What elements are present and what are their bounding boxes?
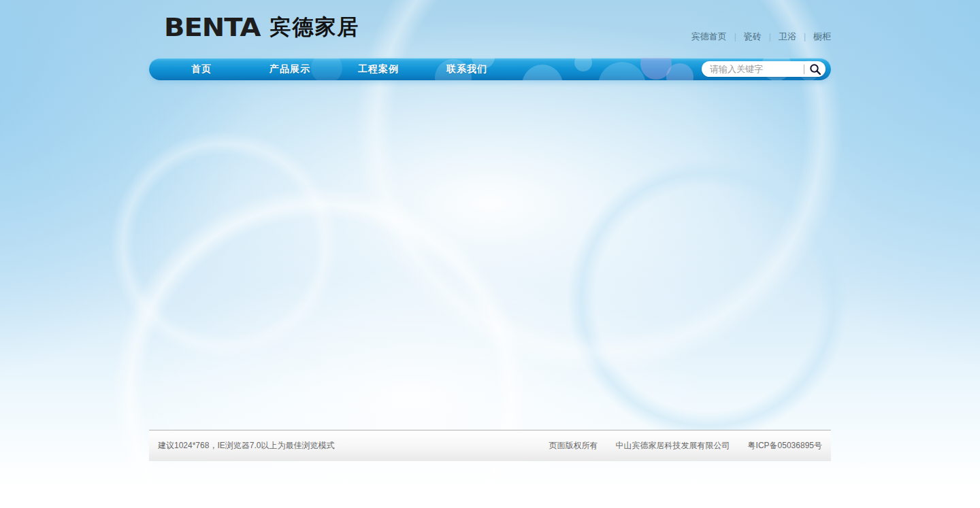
top-link-separator: | [734, 32, 736, 41]
search-button[interactable] [808, 62, 823, 77]
top-link-separator: | [769, 32, 771, 41]
navbar: 首页 产品展示 工程案例 联系我们 [149, 58, 831, 80]
footer-copyright-label: 页面版权所有 [549, 440, 598, 452]
brand-logo-text-cn: 宾德家居 [270, 13, 359, 41]
brand-logo-text-en: BENTA [164, 13, 260, 41]
search-input[interactable] [710, 64, 802, 74]
nav-menu: 首页 产品展示 工程案例 联系我们 [157, 58, 511, 80]
main-content-area [0, 80, 980, 430]
brand-logo[interactable]: BENTA 宾德家居 [164, 12, 359, 43]
top-link-separator: | [804, 32, 806, 41]
search-box [702, 61, 826, 77]
top-link-tiles[interactable]: 瓷砖 [744, 31, 762, 43]
footer-icp-number: 粤ICP备05036895号 [748, 440, 822, 452]
top-link-bathroom[interactable]: 卫浴 [779, 31, 796, 43]
top-links: 宾德首页 | 瓷砖 | 卫浴 | 橱柜 [691, 31, 831, 43]
top-link-home[interactable]: 宾德首页 [691, 31, 727, 43]
footer-copyright-block: 页面版权所有 中山宾德家居科技发展有限公司 粤ICP备05036895号 [532, 440, 822, 452]
header: BENTA 宾德家居 宾德首页 | 瓷砖 | 卫浴 | 橱柜 [149, 0, 831, 58]
search-divider [804, 65, 804, 74]
top-link-cabinet[interactable]: 橱柜 [813, 31, 831, 43]
nav-item-cases[interactable]: 工程案例 [334, 58, 423, 80]
search-icon [809, 63, 821, 75]
nav-wrapper: 首页 产品展示 工程案例 联系我们 [149, 58, 831, 80]
nav-item-home[interactable]: 首页 [157, 58, 246, 80]
footer-company-name: 中山宾德家居科技发展有限公司 [616, 440, 730, 452]
nav-item-products[interactable]: 产品展示 [246, 58, 334, 80]
footer-browser-note: 建议1024*768，IE浏览器7.0以上为最佳浏览模式 [158, 440, 334, 452]
nav-item-contact[interactable]: 联系我们 [423, 58, 511, 80]
footer: 建议1024*768，IE浏览器7.0以上为最佳浏览模式 页面版权所有 中山宾德… [149, 430, 831, 461]
